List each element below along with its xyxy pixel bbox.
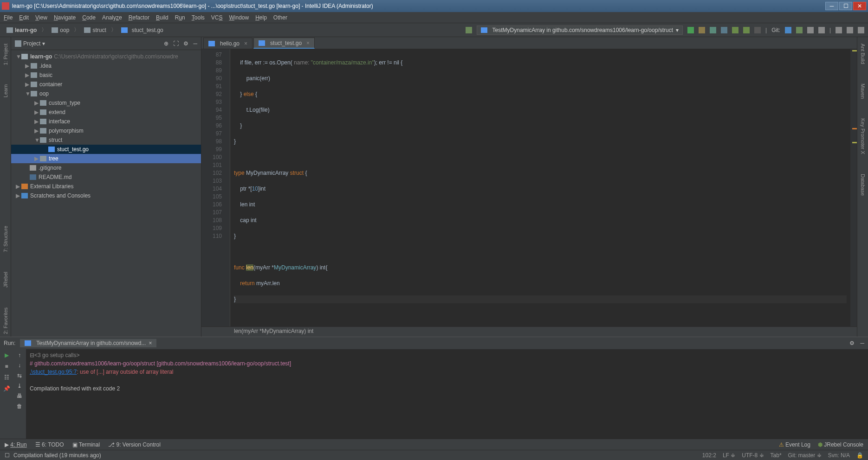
run-config-selector[interactable]: TestMyDynamicArray in github.com/snowdre… (477, 26, 683, 35)
run-output[interactable]: ⊟<3 go setup calls> # github.com/snowdre… (26, 349, 868, 439)
tab-stuct-test[interactable]: stuct_test.go× (253, 38, 315, 49)
jrebel-console[interactable]: ⬢ JRebel Console (818, 441, 863, 448)
tab-structure[interactable]: 7: Structure (2, 223, 9, 255)
ide-icon-2[interactable] (847, 27, 853, 33)
menu-code[interactable]: Code (82, 14, 96, 21)
rerun-icon[interactable]: ▶ (5, 352, 9, 358)
layout-icon[interactable]: ☷ (4, 374, 9, 381)
menu-analyze[interactable]: Analyze (102, 14, 122, 21)
caret-pos[interactable]: 102:2 (702, 452, 716, 459)
tree-scratches[interactable]: ▶Scratches and Consoles (11, 191, 201, 200)
encoding[interactable]: UTF-8 ≑ (742, 452, 764, 459)
tree-readme[interactable]: README.md (11, 172, 201, 182)
up-icon[interactable]: ↑ (18, 352, 21, 358)
tree-interface[interactable]: ▶interface (11, 117, 201, 126)
maximize-button[interactable]: ☐ (839, 2, 852, 10)
jrebel-debug-icon[interactable] (743, 27, 750, 33)
ide-icon-1[interactable] (836, 27, 842, 33)
menu-edit[interactable]: Edit (19, 14, 29, 21)
crumb-oop[interactable]: oop (49, 26, 72, 34)
run-icon[interactable] (687, 27, 694, 33)
tree-idea[interactable]: ▶.idea (11, 61, 201, 70)
menu-help[interactable]: Help (255, 14, 267, 21)
error-stripe[interactable] (850, 49, 857, 326)
stop-icon[interactable]: ■ (5, 363, 8, 370)
vcs-revert-icon[interactable] (818, 27, 825, 33)
minimize-button[interactable]: ─ (825, 2, 838, 10)
tree-basic[interactable]: ▶basic (11, 70, 201, 80)
tab-favorites[interactable]: 2: Favorites (2, 305, 9, 337)
menu-tools[interactable]: Tools (192, 14, 205, 21)
tab-database[interactable]: Database (859, 171, 867, 198)
menu-vcs[interactable]: VCS (211, 14, 223, 21)
menu-view[interactable]: View (35, 14, 47, 21)
tree-ext-lib[interactable]: ▶External Libraries (11, 182, 201, 191)
debug-icon[interactable] (699, 27, 705, 33)
tab-keypromoter[interactable]: Key Promoter X (859, 115, 867, 157)
tab-project[interactable]: 1: Project (2, 41, 9, 68)
tree-container[interactable]: ▶container (11, 80, 201, 89)
close-button[interactable]: ✕ (853, 2, 866, 10)
trash-icon[interactable]: 🗑 (17, 403, 22, 409)
tab-learn[interactable]: Learn (2, 82, 9, 100)
tab-jrebel[interactable]: JRebel (2, 269, 9, 290)
bottom-vcs[interactable]: ⎇ 9: Version Control (108, 441, 161, 448)
code-area[interactable]: 8788899091929394959697989910010110210310… (201, 49, 857, 326)
coverage-icon[interactable] (710, 27, 716, 33)
tree-root[interactable]: ▼learn-goC:\Users\Administrator\go\src\g… (11, 52, 201, 61)
menu-window[interactable]: Window (229, 14, 249, 21)
event-log[interactable]: ⚠ Event Log (779, 441, 810, 448)
hide-icon[interactable]: ─ (193, 40, 197, 47)
sidebar-title[interactable]: Project ▾ (15, 40, 45, 47)
git-branch[interactable]: Git: master ≑ (788, 452, 822, 459)
close-icon[interactable]: × (244, 40, 247, 47)
stop-icon[interactable] (754, 27, 761, 33)
gear-icon[interactable]: ⚙ (183, 40, 188, 47)
tree-extend[interactable]: ▶extend (11, 108, 201, 117)
menu-navigate[interactable]: Navigate (54, 14, 76, 21)
tree-oop[interactable]: ▼oop (11, 89, 201, 98)
crumb-file[interactable]: stuct_test.go (118, 26, 166, 34)
menu-run[interactable]: Run (175, 14, 185, 21)
bottom-run[interactable]: ▶ 4: Run (5, 441, 27, 448)
menu-refactor[interactable]: Refactor (129, 14, 149, 21)
crumb-struct[interactable]: struct (81, 26, 109, 34)
down-icon[interactable]: ↓ (18, 362, 21, 369)
scroll-icon[interactable]: ⤓ (17, 383, 22, 389)
lock-icon[interactable]: 🔒 (856, 452, 863, 459)
run-gear-icon[interactable]: ⚙ (849, 340, 855, 346)
pin-icon[interactable]: 📌 (3, 385, 10, 392)
close-icon[interactable]: × (306, 40, 310, 46)
tree-stuct-test[interactable]: stuct_test.go (11, 145, 201, 154)
line-ending[interactable]: LF ≑ (723, 452, 735, 459)
bottom-terminal[interactable]: ▣ Terminal (72, 441, 100, 448)
bottom-todo[interactable]: ☰ 6: TODO (35, 441, 64, 448)
svn-status[interactable]: Svn: N/A (828, 452, 850, 459)
search-icon[interactable] (858, 27, 864, 33)
locate-icon[interactable]: ⊕ (164, 40, 168, 47)
build-icon[interactable] (466, 27, 472, 33)
vcs-commit-icon[interactable] (796, 27, 803, 33)
print-icon[interactable]: 🖶 (17, 393, 22, 399)
tree-struct[interactable]: ▼struct (11, 135, 201, 145)
collapse-icon[interactable]: ⛶ (173, 40, 179, 47)
wrap-icon[interactable]: ⇆ (17, 372, 22, 379)
tab-maven[interactable]: Maven (859, 81, 867, 102)
tree-gitignore[interactable]: .gitignore (11, 163, 201, 172)
jrebel-run-icon[interactable] (732, 27, 738, 33)
code-lines[interactable]: if file, err := os.Open( name: "containe… (230, 49, 850, 326)
tree-tree[interactable]: ▶tree (11, 154, 201, 163)
menu-file[interactable]: File (4, 14, 13, 21)
crumb-root[interactable]: learn-go (4, 26, 39, 34)
breadcrumb-fn[interactable]: len(myArr *MyDynamicArray) int (201, 326, 857, 337)
run-tab[interactable]: TestMyDynamicArray in github.com/snowd..… (20, 339, 156, 347)
vcs-update-icon[interactable] (785, 27, 791, 33)
vcs-history-icon[interactable] (807, 27, 814, 33)
indent[interactable]: Tab* (771, 452, 782, 459)
profile-icon[interactable] (721, 27, 727, 33)
fold-gutter[interactable] (225, 49, 230, 326)
menu-build[interactable]: Build (156, 14, 168, 21)
tab-ant[interactable]: Ant Build (859, 41, 867, 67)
tree-custom-type[interactable]: ▶custom_type (11, 98, 201, 108)
menu-other[interactable]: Other (273, 14, 287, 21)
